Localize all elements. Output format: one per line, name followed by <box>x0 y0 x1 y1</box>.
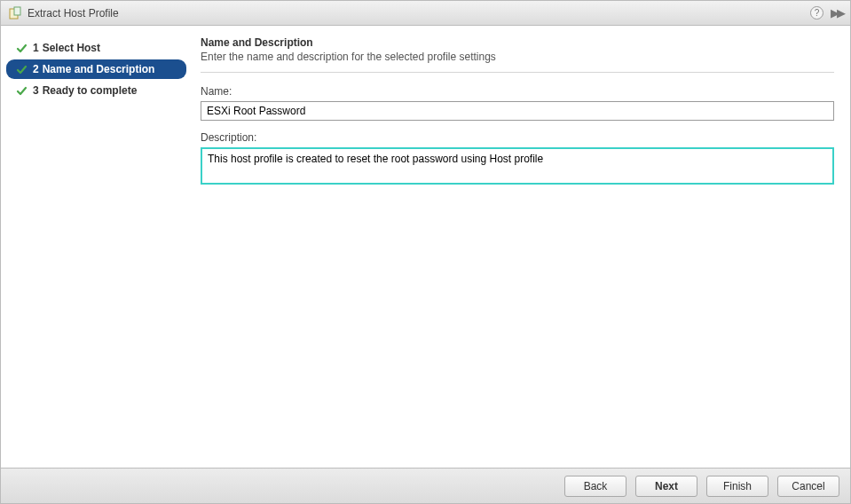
step-number: 2 <box>33 63 39 75</box>
step-number: 3 <box>33 84 39 97</box>
step-number: 1 <box>33 42 39 54</box>
check-icon <box>15 42 28 54</box>
help-icon[interactable]: ? <box>810 6 823 20</box>
content-heading: Name and Description <box>201 36 834 49</box>
step-label: Select Host <box>43 42 100 54</box>
back-button[interactable]: Back <box>564 476 626 497</box>
window-title: Extract Host Profile <box>28 7 810 20</box>
main-area: 1 Select Host 2 Name and Description 3 R… <box>1 26 850 468</box>
description-field-row: Description: <box>201 131 834 187</box>
content-subheading: Enter the name and description for the s… <box>201 51 834 63</box>
step-name-and-description[interactable]: 2 Name and Description <box>6 59 186 79</box>
cancel-button[interactable]: Cancel <box>777 476 839 497</box>
step-label: Name and Description <box>43 63 155 75</box>
name-label: Name: <box>201 85 834 98</box>
divider <box>201 72 834 73</box>
titlebar: Extract Host Profile ? ▶▶ <box>1 1 850 26</box>
check-icon <box>15 63 28 75</box>
step-label: Ready to complete <box>43 84 138 97</box>
description-label: Description: <box>201 131 834 144</box>
content-panel: Name and Description Enter the name and … <box>192 26 850 468</box>
name-input[interactable] <box>201 101 834 121</box>
svg-rect-1 <box>14 7 20 15</box>
wizard-steps-sidebar: 1 Select Host 2 Name and Description 3 R… <box>1 26 192 468</box>
wizard-footer: Back Next Finish Cancel <box>1 468 850 503</box>
finish-button[interactable]: Finish <box>706 476 768 497</box>
step-ready-to-complete[interactable]: 3 Ready to complete <box>6 81 186 100</box>
host-profile-icon <box>8 6 22 20</box>
check-icon <box>15 84 28 97</box>
titlebar-actions: ? ▶▶ <box>810 6 843 20</box>
description-input[interactable] <box>201 147 834 185</box>
next-button[interactable]: Next <box>635 476 697 497</box>
content-header: Name and Description Enter the name and … <box>201 36 834 63</box>
step-select-host[interactable]: 1 Select Host <box>6 38 186 58</box>
expand-icon[interactable]: ▶▶ <box>831 6 843 20</box>
name-field-row: Name: <box>201 85 834 121</box>
